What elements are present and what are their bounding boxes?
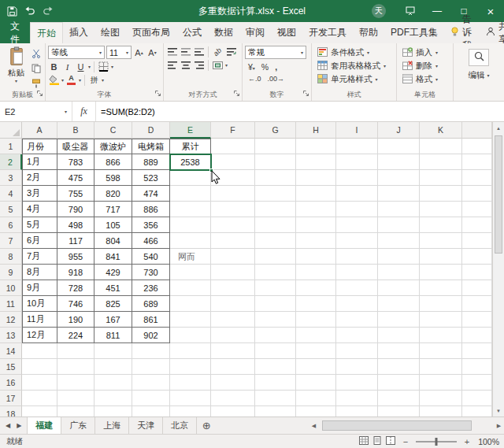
format-as-table-button[interactable]: 套用表格格式▾ xyxy=(314,59,394,72)
cell-K6[interactable] xyxy=(420,217,462,233)
sheet-nav-left-icon[interactable]: ◀ xyxy=(6,422,10,429)
cell-G10[interactable] xyxy=(255,280,296,296)
cell-H11[interactable] xyxy=(296,296,336,312)
cell-filler[interactable] xyxy=(462,233,492,249)
cell-filler[interactable] xyxy=(462,296,492,312)
cell-A3[interactable]: 2月 xyxy=(22,170,57,186)
cell-A12[interactable]: 11月 xyxy=(22,312,57,328)
tell-me-box[interactable]: 告诉我 xyxy=(444,22,478,43)
select-all-corner[interactable] xyxy=(0,122,22,139)
cell-F14[interactable] xyxy=(211,343,255,359)
editing-menu-button[interactable]: 编辑▾ xyxy=(468,70,489,81)
sheet-tab-广东[interactable]: 广东 xyxy=(61,417,95,434)
cell-A16[interactable] xyxy=(22,375,57,391)
sheet-tab-上海[interactable]: 上海 xyxy=(95,417,129,434)
cell-F4[interactable] xyxy=(211,186,255,202)
currency-icon[interactable]: ¥▾ xyxy=(248,62,255,72)
cell-F1[interactable] xyxy=(211,139,255,154)
ribbon-tab-插入[interactable]: 插入 xyxy=(63,22,94,43)
row-header-14[interactable]: 14 xyxy=(0,343,22,359)
cell-D16[interactable] xyxy=(132,375,170,391)
column-header-F[interactable]: F xyxy=(211,122,255,139)
cell-I4[interactable] xyxy=(336,186,378,202)
insert-cells-button[interactable]: 插入▾ xyxy=(399,46,450,59)
cell-B7[interactable]: 117 xyxy=(57,233,94,249)
ribbon-tab-页面布局[interactable]: 页面布局 xyxy=(126,22,176,43)
cell-G13[interactable] xyxy=(255,328,296,343)
cell-D1[interactable]: 电烤箱 xyxy=(132,139,170,154)
cell-F11[interactable] xyxy=(211,296,255,312)
cell-A1[interactable]: 月份 xyxy=(22,139,57,154)
cell-B14[interactable] xyxy=(57,343,94,359)
cell-E12[interactable] xyxy=(170,312,211,328)
cell-filler[interactable] xyxy=(462,170,492,186)
cell-E16[interactable] xyxy=(170,375,211,391)
column-header-K[interactable]: K xyxy=(420,122,462,139)
cell-F3[interactable] xyxy=(211,170,255,186)
cell-filler[interactable] xyxy=(462,343,492,359)
ribbon-tab-公式[interactable]: 公式 xyxy=(176,22,208,43)
row-header-7[interactable]: 7 xyxy=(0,233,22,249)
sheet-nav-right-icon[interactable]: ▶ xyxy=(17,422,21,429)
cell-K9[interactable] xyxy=(420,265,462,280)
cell-A6[interactable]: 5月 xyxy=(22,217,57,233)
cell-K1[interactable] xyxy=(420,139,462,154)
cell-H17[interactable] xyxy=(296,391,336,406)
cell-E17[interactable] xyxy=(170,391,211,406)
row-header-2[interactable]: 2 xyxy=(0,154,22,170)
cell-G5[interactable] xyxy=(255,202,296,217)
cell-D6[interactable]: 356 xyxy=(132,217,170,233)
cell-H4[interactable] xyxy=(296,186,336,202)
cell-K16[interactable] xyxy=(420,375,462,391)
cell-D10[interactable]: 236 xyxy=(132,280,170,296)
row-header-3[interactable]: 3 xyxy=(0,170,22,186)
column-header-D[interactable]: D xyxy=(132,122,170,139)
cell-I12[interactable] xyxy=(336,312,378,328)
cell-I18[interactable] xyxy=(336,406,378,417)
cell-K14[interactable] xyxy=(420,343,462,359)
sheet-tab-福建[interactable]: 福建 xyxy=(27,417,61,434)
ribbon-tab-审阅[interactable]: 审阅 xyxy=(239,22,271,43)
cell-D11[interactable]: 689 xyxy=(132,296,170,312)
row-header-17[interactable]: 17 xyxy=(0,391,22,406)
cell-J13[interactable] xyxy=(378,328,420,343)
cell-K13[interactable] xyxy=(420,328,462,343)
cell-B18[interactable] xyxy=(57,406,94,417)
cell-F6[interactable] xyxy=(211,217,255,233)
cell-J11[interactable] xyxy=(378,296,420,312)
cell-K15[interactable] xyxy=(420,359,462,375)
cell-H18[interactable] xyxy=(296,406,336,417)
cell-C16[interactable] xyxy=(94,375,132,391)
cell-G17[interactable] xyxy=(255,391,296,406)
cell-A9[interactable]: 8月 xyxy=(22,265,57,280)
cell-styles-button[interactable]: 单元格样式▾ xyxy=(314,72,394,86)
cell-F13[interactable] xyxy=(211,328,255,343)
cell-B1[interactable]: 吸尘器 xyxy=(57,139,94,154)
cell-B10[interactable]: 728 xyxy=(57,280,94,296)
font-name-combo[interactable]: 等线▾ xyxy=(48,46,105,59)
cell-A18[interactable] xyxy=(22,406,57,417)
scroll-right-icon[interactable]: ▶ xyxy=(494,423,504,429)
underline-button[interactable]: U xyxy=(75,61,87,72)
cell-G7[interactable] xyxy=(255,233,296,249)
row-header-6[interactable]: 6 xyxy=(0,217,22,233)
cell-G12[interactable] xyxy=(255,312,296,328)
add-sheet-button[interactable]: ⊕ xyxy=(197,417,216,434)
cell-filler[interactable] xyxy=(462,391,492,406)
cell-G11[interactable] xyxy=(255,296,296,312)
cell-C1[interactable]: 微波炉 xyxy=(94,139,132,154)
clipboard-dialog-launcher[interactable] xyxy=(36,88,43,99)
cell-G3[interactable] xyxy=(255,170,296,186)
cell-K17[interactable] xyxy=(420,391,462,406)
cell-B17[interactable] xyxy=(57,391,94,406)
ribbon-tab-开发工具[interactable]: 开发工具 xyxy=(302,22,353,43)
cell-H1[interactable] xyxy=(296,139,336,154)
row-header-8[interactable]: 8 xyxy=(0,249,22,265)
cell-C9[interactable]: 429 xyxy=(94,265,132,280)
row-header-5[interactable]: 5 xyxy=(0,202,22,217)
search-button[interactable] xyxy=(469,49,489,66)
borders-icon[interactable] xyxy=(98,61,109,72)
cell-G16[interactable] xyxy=(255,375,296,391)
cell-J8[interactable] xyxy=(378,249,420,265)
column-header-J[interactable]: J xyxy=(378,122,420,139)
